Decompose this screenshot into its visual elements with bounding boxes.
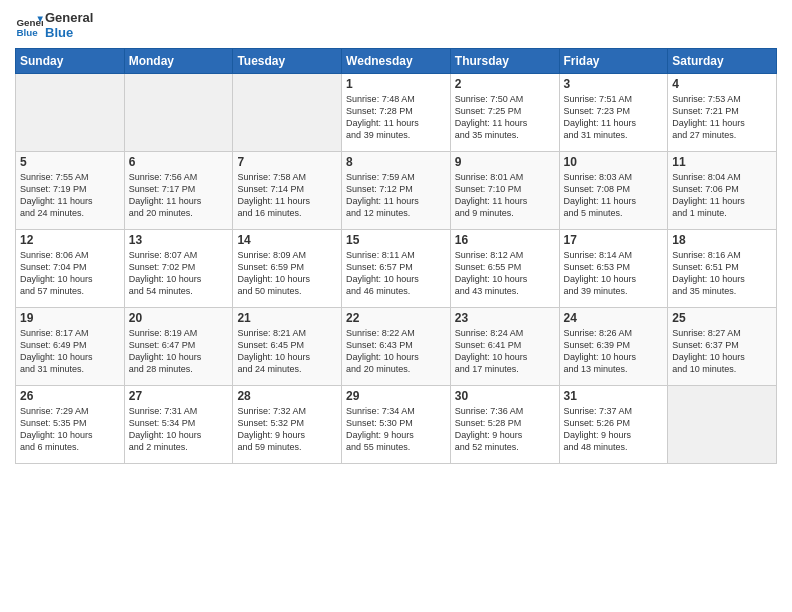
day-header-tuesday: Tuesday (233, 49, 342, 74)
day-info: Sunrise: 7:59 AM Sunset: 7:12 PM Dayligh… (346, 171, 446, 220)
day-info: Sunrise: 8:27 AM Sunset: 6:37 PM Dayligh… (672, 327, 772, 376)
day-number: 27 (129, 389, 229, 403)
day-number: 11 (672, 155, 772, 169)
calendar-cell: 7Sunrise: 7:58 AM Sunset: 7:14 PM Daylig… (233, 152, 342, 230)
day-number: 17 (564, 233, 664, 247)
week-row-4: 19Sunrise: 8:17 AM Sunset: 6:49 PM Dayli… (16, 308, 777, 386)
calendar-cell: 9Sunrise: 8:01 AM Sunset: 7:10 PM Daylig… (450, 152, 559, 230)
day-header-monday: Monday (124, 49, 233, 74)
day-info: Sunrise: 7:56 AM Sunset: 7:17 PM Dayligh… (129, 171, 229, 220)
calendar-cell: 22Sunrise: 8:22 AM Sunset: 6:43 PM Dayli… (342, 308, 451, 386)
calendar-cell: 4Sunrise: 7:53 AM Sunset: 7:21 PM Daylig… (668, 74, 777, 152)
day-number: 28 (237, 389, 337, 403)
calendar-cell: 19Sunrise: 8:17 AM Sunset: 6:49 PM Dayli… (16, 308, 125, 386)
day-info: Sunrise: 7:51 AM Sunset: 7:23 PM Dayligh… (564, 93, 664, 142)
calendar-cell: 3Sunrise: 7:51 AM Sunset: 7:23 PM Daylig… (559, 74, 668, 152)
day-info: Sunrise: 7:29 AM Sunset: 5:35 PM Dayligh… (20, 405, 120, 454)
day-info: Sunrise: 7:31 AM Sunset: 5:34 PM Dayligh… (129, 405, 229, 454)
day-info: Sunrise: 8:14 AM Sunset: 6:53 PM Dayligh… (564, 249, 664, 298)
day-number: 29 (346, 389, 446, 403)
day-number: 20 (129, 311, 229, 325)
calendar-table: SundayMondayTuesdayWednesdayThursdayFrid… (15, 48, 777, 464)
week-row-2: 5Sunrise: 7:55 AM Sunset: 7:19 PM Daylig… (16, 152, 777, 230)
calendar-cell: 6Sunrise: 7:56 AM Sunset: 7:17 PM Daylig… (124, 152, 233, 230)
calendar-cell: 10Sunrise: 8:03 AM Sunset: 7:08 PM Dayli… (559, 152, 668, 230)
day-info: Sunrise: 7:50 AM Sunset: 7:25 PM Dayligh… (455, 93, 555, 142)
day-number: 12 (20, 233, 120, 247)
day-number: 16 (455, 233, 555, 247)
calendar-cell: 28Sunrise: 7:32 AM Sunset: 5:32 PM Dayli… (233, 386, 342, 464)
calendar-container: General Blue General Blue SundayMondayTu… (0, 0, 792, 474)
day-info: Sunrise: 8:07 AM Sunset: 7:02 PM Dayligh… (129, 249, 229, 298)
week-row-3: 12Sunrise: 8:06 AM Sunset: 7:04 PM Dayli… (16, 230, 777, 308)
day-number: 23 (455, 311, 555, 325)
day-info: Sunrise: 8:01 AM Sunset: 7:10 PM Dayligh… (455, 171, 555, 220)
day-number: 3 (564, 77, 664, 91)
calendar-cell: 2Sunrise: 7:50 AM Sunset: 7:25 PM Daylig… (450, 74, 559, 152)
day-info: Sunrise: 7:55 AM Sunset: 7:19 PM Dayligh… (20, 171, 120, 220)
calendar-cell: 29Sunrise: 7:34 AM Sunset: 5:30 PM Dayli… (342, 386, 451, 464)
week-row-5: 26Sunrise: 7:29 AM Sunset: 5:35 PM Dayli… (16, 386, 777, 464)
calendar-header-row: SundayMondayTuesdayWednesdayThursdayFrid… (16, 49, 777, 74)
calendar-cell (124, 74, 233, 152)
day-info: Sunrise: 8:24 AM Sunset: 6:41 PM Dayligh… (455, 327, 555, 376)
calendar-cell: 26Sunrise: 7:29 AM Sunset: 5:35 PM Dayli… (16, 386, 125, 464)
calendar-cell: 23Sunrise: 8:24 AM Sunset: 6:41 PM Dayli… (450, 308, 559, 386)
calendar-cell: 18Sunrise: 8:16 AM Sunset: 6:51 PM Dayli… (668, 230, 777, 308)
logo-general: General (45, 10, 93, 25)
day-info: Sunrise: 8:06 AM Sunset: 7:04 PM Dayligh… (20, 249, 120, 298)
day-info: Sunrise: 7:37 AM Sunset: 5:26 PM Dayligh… (564, 405, 664, 454)
calendar-cell: 31Sunrise: 7:37 AM Sunset: 5:26 PM Dayli… (559, 386, 668, 464)
calendar-cell: 24Sunrise: 8:26 AM Sunset: 6:39 PM Dayli… (559, 308, 668, 386)
day-header-sunday: Sunday (16, 49, 125, 74)
day-info: Sunrise: 8:09 AM Sunset: 6:59 PM Dayligh… (237, 249, 337, 298)
day-info: Sunrise: 8:11 AM Sunset: 6:57 PM Dayligh… (346, 249, 446, 298)
calendar-cell: 27Sunrise: 7:31 AM Sunset: 5:34 PM Dayli… (124, 386, 233, 464)
day-info: Sunrise: 7:53 AM Sunset: 7:21 PM Dayligh… (672, 93, 772, 142)
day-number: 21 (237, 311, 337, 325)
calendar-cell: 1Sunrise: 7:48 AM Sunset: 7:28 PM Daylig… (342, 74, 451, 152)
calendar-cell: 15Sunrise: 8:11 AM Sunset: 6:57 PM Dayli… (342, 230, 451, 308)
day-header-friday: Friday (559, 49, 668, 74)
day-number: 5 (20, 155, 120, 169)
calendar-cell: 16Sunrise: 8:12 AM Sunset: 6:55 PM Dayli… (450, 230, 559, 308)
day-info: Sunrise: 7:34 AM Sunset: 5:30 PM Dayligh… (346, 405, 446, 454)
day-info: Sunrise: 8:04 AM Sunset: 7:06 PM Dayligh… (672, 171, 772, 220)
day-number: 13 (129, 233, 229, 247)
day-number: 8 (346, 155, 446, 169)
day-number: 9 (455, 155, 555, 169)
day-number: 26 (20, 389, 120, 403)
day-number: 7 (237, 155, 337, 169)
calendar-body: 1Sunrise: 7:48 AM Sunset: 7:28 PM Daylig… (16, 74, 777, 464)
day-info: Sunrise: 8:19 AM Sunset: 6:47 PM Dayligh… (129, 327, 229, 376)
calendar-cell (233, 74, 342, 152)
day-number: 25 (672, 311, 772, 325)
day-info: Sunrise: 8:21 AM Sunset: 6:45 PM Dayligh… (237, 327, 337, 376)
calendar-header: General Blue General Blue (15, 10, 777, 40)
day-number: 6 (129, 155, 229, 169)
day-number: 2 (455, 77, 555, 91)
day-number: 15 (346, 233, 446, 247)
day-info: Sunrise: 7:36 AM Sunset: 5:28 PM Dayligh… (455, 405, 555, 454)
day-info: Sunrise: 8:26 AM Sunset: 6:39 PM Dayligh… (564, 327, 664, 376)
day-header-saturday: Saturday (668, 49, 777, 74)
day-info: Sunrise: 8:17 AM Sunset: 6:49 PM Dayligh… (20, 327, 120, 376)
day-info: Sunrise: 7:32 AM Sunset: 5:32 PM Dayligh… (237, 405, 337, 454)
day-number: 14 (237, 233, 337, 247)
calendar-cell: 25Sunrise: 8:27 AM Sunset: 6:37 PM Dayli… (668, 308, 777, 386)
calendar-cell: 12Sunrise: 8:06 AM Sunset: 7:04 PM Dayli… (16, 230, 125, 308)
day-number: 31 (564, 389, 664, 403)
day-number: 18 (672, 233, 772, 247)
day-number: 19 (20, 311, 120, 325)
svg-text:Blue: Blue (16, 27, 38, 38)
day-number: 4 (672, 77, 772, 91)
calendar-cell: 30Sunrise: 7:36 AM Sunset: 5:28 PM Dayli… (450, 386, 559, 464)
logo: General Blue General Blue (15, 10, 93, 40)
logo-blue: Blue (45, 25, 93, 40)
day-header-thursday: Thursday (450, 49, 559, 74)
calendar-cell: 14Sunrise: 8:09 AM Sunset: 6:59 PM Dayli… (233, 230, 342, 308)
calendar-cell: 11Sunrise: 8:04 AM Sunset: 7:06 PM Dayli… (668, 152, 777, 230)
calendar-cell: 20Sunrise: 8:19 AM Sunset: 6:47 PM Dayli… (124, 308, 233, 386)
day-info: Sunrise: 8:22 AM Sunset: 6:43 PM Dayligh… (346, 327, 446, 376)
day-info: Sunrise: 8:16 AM Sunset: 6:51 PM Dayligh… (672, 249, 772, 298)
